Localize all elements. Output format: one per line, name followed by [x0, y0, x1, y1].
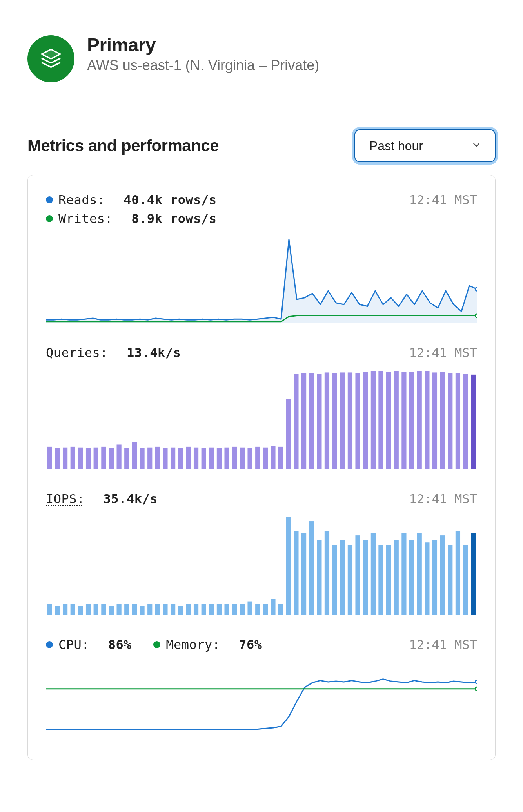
- svg-rect-81: [209, 604, 214, 615]
- page-subtitle: AWS us-east-1 (N. Virginia – Private): [87, 57, 319, 74]
- dot-icon: [153, 641, 160, 648]
- svg-rect-17: [147, 448, 152, 469]
- svg-rect-113: [456, 531, 460, 616]
- svg-rect-53: [425, 371, 429, 469]
- svg-rect-16: [140, 448, 144, 469]
- svg-rect-9: [86, 448, 91, 469]
- svg-rect-30: [247, 448, 252, 469]
- svg-rect-33: [271, 446, 275, 469]
- queries-chart: [46, 370, 477, 469]
- svg-rect-31: [255, 447, 260, 469]
- svg-rect-82: [217, 604, 222, 615]
- svg-rect-73: [147, 604, 152, 615]
- svg-rect-7: [71, 447, 75, 469]
- svg-rect-64: [78, 606, 83, 615]
- svg-rect-75: [163, 604, 167, 615]
- svg-rect-94: [309, 521, 314, 616]
- svg-rect-50: [401, 372, 406, 469]
- writes-legend: Writes: 8.9k rows/s: [46, 211, 217, 226]
- svg-rect-59: [471, 375, 476, 469]
- svg-rect-22: [186, 447, 191, 469]
- svg-rect-51: [409, 372, 414, 469]
- svg-rect-34: [278, 447, 283, 469]
- svg-point-117: [475, 680, 477, 684]
- svg-rect-58: [463, 374, 468, 469]
- chevron-down-icon: [471, 139, 481, 153]
- dot-icon: [46, 641, 53, 648]
- page-header: Primary AWS us-east-1 (N. Virginia – Pri…: [27, 35, 496, 82]
- time-range-select[interactable]: Past hour: [354, 129, 496, 162]
- svg-rect-108: [417, 533, 422, 616]
- svg-rect-115: [471, 533, 476, 616]
- svg-rect-96: [325, 531, 329, 616]
- svg-rect-21: [178, 448, 183, 469]
- svg-rect-66: [94, 604, 98, 615]
- svg-marker-0: [42, 49, 60, 59]
- svg-rect-79: [194, 604, 198, 615]
- svg-rect-112: [448, 545, 452, 615]
- timestamp: 12:41 MST: [409, 192, 477, 207]
- svg-rect-104: [386, 545, 391, 615]
- svg-rect-87: [255, 604, 260, 615]
- svg-rect-47: [378, 371, 383, 469]
- svg-rect-49: [394, 371, 399, 469]
- iops-chart: [46, 516, 477, 616]
- reads-legend: Reads: 40.4k rows/s: [46, 192, 217, 207]
- svg-rect-29: [240, 448, 245, 469]
- svg-rect-42: [340, 372, 345, 469]
- svg-rect-28: [232, 447, 237, 469]
- svg-rect-90: [278, 604, 283, 615]
- svg-rect-23: [194, 448, 198, 469]
- svg-rect-43: [348, 372, 352, 469]
- svg-rect-80: [202, 604, 206, 615]
- svg-rect-44: [355, 373, 360, 469]
- svg-rect-84: [232, 604, 237, 615]
- svg-rect-13: [116, 445, 121, 469]
- svg-rect-109: [425, 542, 429, 615]
- svg-rect-15: [132, 442, 137, 469]
- svg-rect-71: [132, 604, 137, 615]
- svg-rect-72: [140, 606, 144, 615]
- svg-rect-103: [378, 545, 383, 615]
- svg-rect-52: [417, 371, 422, 469]
- svg-rect-98: [340, 540, 345, 615]
- svg-rect-77: [178, 606, 183, 615]
- svg-rect-12: [109, 448, 114, 469]
- svg-rect-91: [286, 517, 291, 616]
- svg-rect-67: [101, 604, 106, 615]
- svg-rect-27: [224, 448, 229, 469]
- svg-rect-36: [294, 374, 298, 469]
- svg-rect-88: [263, 604, 268, 615]
- svg-rect-95: [317, 540, 321, 615]
- svg-point-118: [475, 687, 477, 691]
- svg-rect-48: [386, 372, 391, 469]
- cpu-mem-legend: CPU: 86% Memory: 76%: [46, 637, 262, 652]
- svg-rect-8: [78, 448, 83, 469]
- svg-rect-100: [355, 535, 360, 616]
- svg-rect-97: [332, 545, 337, 615]
- svg-rect-99: [348, 545, 352, 615]
- svg-rect-25: [209, 448, 214, 469]
- svg-rect-102: [371, 533, 376, 616]
- svg-rect-18: [155, 447, 160, 469]
- svg-rect-4: [47, 447, 52, 469]
- svg-rect-57: [456, 373, 460, 469]
- svg-rect-68: [109, 606, 114, 615]
- svg-rect-6: [63, 448, 67, 469]
- svg-rect-35: [286, 399, 291, 469]
- svg-rect-107: [409, 540, 414, 615]
- iops-legend: IOPS: 35.4k/s: [46, 491, 158, 506]
- svg-rect-85: [240, 604, 245, 615]
- svg-rect-111: [440, 535, 445, 616]
- svg-rect-40: [325, 372, 329, 469]
- svg-rect-5: [55, 448, 60, 469]
- svg-rect-114: [463, 545, 468, 615]
- svg-rect-106: [401, 533, 406, 616]
- svg-rect-11: [101, 447, 106, 469]
- timestamp: 12:41 MST: [409, 637, 477, 652]
- svg-rect-56: [448, 373, 452, 469]
- section-title: Metrics and performance: [27, 136, 219, 155]
- svg-point-2: [475, 287, 477, 291]
- svg-rect-105: [394, 540, 399, 615]
- svg-rect-83: [224, 604, 229, 615]
